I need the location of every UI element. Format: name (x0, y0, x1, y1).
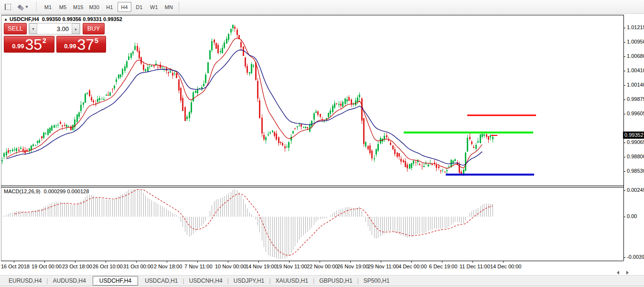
buy-button[interactable]: BUY (83, 23, 105, 34)
timeframe-toolbar: M1M5M15M30H1H4D1W1MN (41, 2, 176, 12)
time-tick (167, 261, 167, 263)
time-tick-label: 10 Nov 00:00 (215, 264, 246, 269)
macd-tick-label-tick (623, 190, 625, 191)
buy-price-pip: 5 (95, 37, 98, 44)
time-tick (14, 261, 14, 263)
tab-audusd[interactable]: AUDUSD,H4 (48, 276, 90, 285)
tab-sp500[interactable]: SP500,H1 (359, 276, 395, 285)
expand-triangle-icon[interactable]: ▲ (4, 17, 8, 22)
price-tick-label: 1.00140 (627, 82, 644, 88)
time-tick-label: 16 Oct 2018 (1, 264, 30, 269)
tab-usdchf[interactable]: USDCHF,H4 (93, 276, 138, 286)
ohlc-values: 0.99350 0.99356 0.99331 0.99352 (42, 16, 122, 22)
timeframe-button-w1[interactable]: W1 (147, 2, 161, 12)
resistance-line[interactable] (467, 115, 536, 116)
time-axis-border (1, 261, 623, 261)
time-tick (258, 261, 259, 263)
chart-top-border (1, 15, 623, 15)
sell-price-button[interactable]: 0.99 35 2 (4, 36, 54, 53)
macd-tick-label: -0.003913 (627, 254, 644, 260)
time-tick-label: 22 Nov 00:00 (307, 264, 338, 269)
sell-price-pip: 2 (43, 37, 46, 44)
time-tick-label: 6 Dec 19:00 (429, 264, 457, 269)
pane-divider-top[interactable] (1, 186, 623, 186)
chart-left-border (1, 15, 1, 261)
price-tick-label: 1.00680 (627, 53, 644, 59)
timeframe-button-m1[interactable]: M1 (41, 2, 55, 12)
time-tick (289, 261, 290, 263)
sell-price-base: 0.99 (12, 43, 24, 50)
timeframe-button-d1[interactable]: D1 (132, 2, 146, 12)
tab-usdcnh[interactable]: USDCNH,H4 (184, 276, 227, 285)
time-tick (75, 261, 75, 263)
scroll-left-icon[interactable] (617, 271, 619, 275)
time-tick-label: 4 Dec 00:00 (398, 264, 427, 269)
timeframe-button-m5[interactable]: M5 (56, 2, 70, 12)
one-click-trading-panel: SELL ▼ ▲ BUY 0.99 35 2 0.99 37 5 (4, 23, 106, 53)
time-tick (350, 261, 351, 263)
price-tick-label-tick (623, 85, 625, 86)
macd-indicator-label: MACD(12,26,9) 0.000299 0.000128 (4, 188, 89, 194)
buy-price-button[interactable]: 0.99 37 5 (56, 36, 106, 53)
price-tick-label-tick (623, 71, 625, 71)
time-tick-label: 29 Nov 11:00 (368, 264, 399, 269)
price-tick-label-tick (623, 99, 625, 100)
price-tick-label-tick (623, 157, 625, 157)
time-tick-label: 14 Nov 19:00 (246, 264, 277, 269)
time-tick-label: 26 Nov 19:00 (337, 264, 368, 269)
macd-tick-label-tick (623, 217, 625, 217)
scroll-right-icon[interactable] (626, 271, 629, 275)
macd-tick-label: 0.002492 (627, 187, 644, 193)
time-tick (442, 261, 442, 263)
sell-button[interactable]: SELL (4, 23, 27, 34)
price-tick-label: 0.99605 (627, 110, 644, 116)
time-tick-label: 26 Oct 10:00 (93, 264, 123, 269)
toolbar-grip (35, 2, 38, 11)
chart-title: ▲USDCHF,H40.99350 0.99356 0.99331 0.9935… (4, 16, 122, 22)
buy-price-big: 37 (77, 38, 94, 51)
time-tick (44, 261, 45, 263)
tile-windows-icon[interactable]: ▼ (15, 1, 32, 12)
breakout-line[interactable] (404, 132, 533, 133)
tab-xauusd[interactable]: XAUUSD,H1 (270, 276, 313, 285)
price-tick-label: 1.00950 (627, 39, 644, 44)
price-tick-label: 1.01215 (627, 24, 644, 30)
time-tick (136, 261, 137, 263)
timeframe-button-m15[interactable]: M15 (71, 2, 86, 12)
tab-usdjpy[interactable]: USDJPY,H1 (229, 276, 269, 285)
tab-eurusd[interactable]: EURUSD,H4 (4, 276, 46, 285)
symbol-period-label: USDCHF,H4 (10, 16, 39, 22)
volume-input[interactable] (37, 23, 72, 34)
tab-usdcad[interactable]: USDCAD,H1 (140, 276, 182, 285)
timeframe-button-h1[interactable]: H1 (103, 2, 117, 12)
price-tick-label-tick (623, 114, 625, 114)
time-tick-label: 19 Nov 11:00 (276, 264, 307, 269)
time-tick-label: 2 Nov 18:00 (154, 264, 182, 269)
price-tick-label: 0.99065 (627, 139, 644, 145)
volume-decrease-button[interactable]: ▼ (29, 23, 37, 34)
time-tick (411, 261, 412, 263)
time-tick (503, 261, 504, 263)
tab-gbpusd[interactable]: GBPUSD,H1 (314, 276, 357, 285)
time-tick-label: 7 Nov 11:00 (184, 264, 213, 269)
time-tick-label: 19 Oct 00:00 (32, 264, 62, 269)
timeframe-button-h4[interactable]: H4 (118, 2, 131, 12)
timeframe-button-m30[interactable]: M30 (86, 2, 101, 12)
volume-increase-button[interactable]: ▲ (72, 23, 80, 34)
buy-price-base: 0.99 (64, 43, 76, 50)
timeframe-button-mn[interactable]: MN (162, 2, 176, 12)
price-tick-label-tick (623, 28, 625, 28)
price-tick-label-tick (623, 42, 625, 43)
macd-tick-label: 0.00 (627, 213, 637, 219)
price-tick-label: 0.99875 (627, 96, 644, 102)
time-tick-label: 14 Dec 00:00 (490, 264, 521, 269)
pane-divider-bottom[interactable] (1, 187, 623, 188)
chart-scroll-strip (0, 269, 644, 275)
chart-shift-icon[interactable] (2, 1, 13, 12)
time-tick (472, 261, 473, 263)
price-tick-label: 0.98800 (627, 154, 644, 159)
toolbar-separator (179, 1, 179, 12)
price-tick-label-tick (623, 56, 625, 57)
support-line[interactable] (446, 174, 534, 176)
time-tick (381, 261, 381, 263)
